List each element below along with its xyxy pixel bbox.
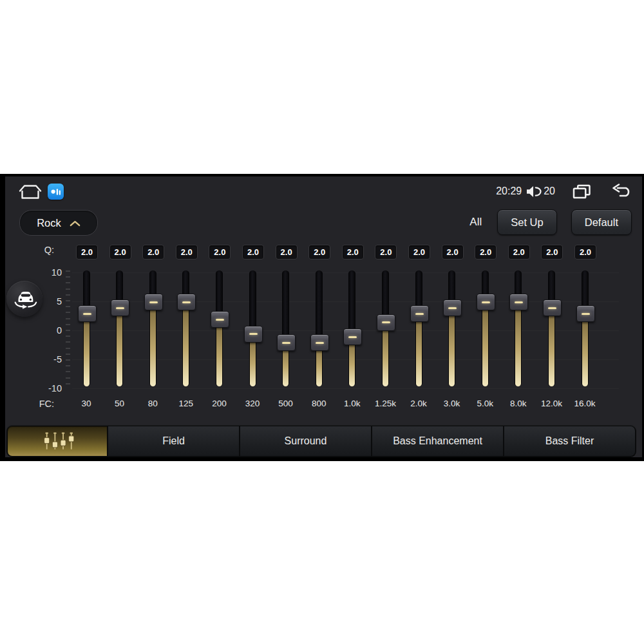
band-slider-handle[interactable] bbox=[543, 299, 562, 316]
chevron-up-icon bbox=[70, 217, 80, 229]
all-label[interactable]: All bbox=[468, 216, 483, 229]
band-q-value: 2.0 bbox=[76, 245, 98, 260]
band-slider-gold-fill bbox=[449, 308, 455, 386]
tab-label: Bass Filter bbox=[545, 435, 594, 447]
band-slider-gold-fill bbox=[582, 314, 588, 386]
band-slider-gold-fill bbox=[183, 303, 189, 386]
band-q-value: 2.0 bbox=[442, 245, 464, 260]
band-slider-gold-fill bbox=[549, 308, 554, 386]
band-q-value: 2.0 bbox=[109, 245, 131, 260]
band-slider-handle[interactable] bbox=[509, 294, 528, 310]
band-slider-handle[interactable] bbox=[343, 328, 362, 345]
db-scale-label: 5 bbox=[31, 296, 62, 307]
band-q-value: 2.0 bbox=[176, 245, 198, 260]
band-slider-gold-fill bbox=[416, 314, 422, 386]
band-q-value: 2.0 bbox=[408, 245, 430, 260]
band-q-value: 2.0 bbox=[342, 245, 364, 260]
band-slider-handle[interactable] bbox=[410, 305, 429, 322]
band-q-value: 2.0 bbox=[209, 245, 231, 260]
db-tick-ruler bbox=[66, 270, 70, 389]
band-slider-handle[interactable] bbox=[144, 294, 163, 310]
band-slider-handle[interactable] bbox=[576, 305, 595, 322]
band-q-value: 2.0 bbox=[142, 245, 164, 260]
tab-bass-enhancement[interactable]: Bass Enhancement bbox=[372, 426, 503, 456]
band-slider-handle[interactable] bbox=[244, 326, 263, 343]
band-slider-handle[interactable] bbox=[211, 311, 229, 328]
band-q-value: 2.0 bbox=[541, 245, 563, 260]
dsp-tab-bar: FieldSurroundBass EnhancementBass Filter bbox=[6, 425, 636, 457]
db-scale-label: 0 bbox=[31, 325, 62, 336]
band-q-value: 2.0 bbox=[276, 245, 298, 260]
band-q-value: 2.0 bbox=[308, 245, 330, 260]
tab-bass-filter[interactable]: Bass Filter bbox=[504, 426, 635, 456]
band-q-value: 2.0 bbox=[574, 245, 596, 260]
band-slider-handle[interactable] bbox=[477, 294, 495, 310]
back-icon[interactable] bbox=[610, 184, 633, 199]
band-q-value: 2.0 bbox=[242, 245, 264, 260]
tab-label: Field bbox=[162, 435, 185, 447]
band-slider-gold-fill bbox=[482, 303, 488, 386]
q-row-label: Q: bbox=[23, 245, 54, 255]
band-q-value: 2.0 bbox=[375, 245, 397, 260]
band-slider-gold-fill bbox=[250, 335, 256, 387]
band-slider-gold-fill bbox=[216, 320, 222, 386]
tab-label: Bass Enhancement bbox=[393, 435, 482, 447]
clock: 20:29 bbox=[496, 185, 522, 197]
band-slider-handle[interactable] bbox=[443, 299, 462, 316]
preset-label: Rock bbox=[37, 217, 61, 229]
equalizer-screen: 20:29 20 bbox=[5, 176, 642, 457]
band-slider-handle[interactable] bbox=[377, 314, 395, 331]
head-unit-bezel: 20:29 20 bbox=[0, 174, 644, 461]
band-frequency-label: 16.0k bbox=[564, 399, 605, 408]
band-slider-gold-fill bbox=[515, 303, 521, 386]
tab-surround[interactable]: Surround bbox=[240, 426, 371, 456]
equalizer-sliders-icon bbox=[39, 430, 76, 452]
db-scale-label: -10 bbox=[31, 383, 62, 393]
status-bar: 20:29 20 bbox=[5, 182, 642, 201]
band-slider-gold-fill bbox=[383, 323, 388, 387]
band-slider-handle[interactable] bbox=[177, 294, 196, 310]
preset-dropdown[interactable]: Rock bbox=[19, 210, 98, 236]
volume-level: 20 bbox=[544, 185, 555, 197]
recents-icon[interactable] bbox=[572, 184, 592, 200]
tab-label: Surround bbox=[285, 435, 327, 447]
band-q-value: 2.0 bbox=[475, 245, 497, 260]
band-slider-gold-fill bbox=[150, 303, 156, 386]
fc-row-label: FC: bbox=[23, 399, 54, 409]
setup-button[interactable]: Set Up bbox=[497, 209, 556, 235]
band-slider-handle[interactable] bbox=[310, 334, 329, 351]
db-gridline bbox=[72, 388, 619, 389]
band-slider-gold-fill bbox=[84, 314, 90, 386]
band-slider-handle[interactable] bbox=[111, 299, 129, 316]
db-scale-label: -5 bbox=[31, 354, 62, 365]
eq-app-icon[interactable] bbox=[48, 184, 64, 200]
tab-field[interactable]: Field bbox=[108, 426, 239, 456]
band-slider-handle[interactable] bbox=[78, 305, 97, 322]
default-button[interactable]: Default bbox=[571, 209, 632, 235]
speaker-icon bbox=[526, 185, 542, 198]
db-scale-label: 10 bbox=[31, 267, 62, 278]
tab-equalizer[interactable] bbox=[8, 426, 107, 456]
band-slider-gold-fill bbox=[117, 308, 122, 386]
home-icon[interactable] bbox=[18, 184, 43, 203]
band-q-value: 2.0 bbox=[508, 245, 530, 260]
band-slider-handle[interactable] bbox=[277, 334, 296, 351]
